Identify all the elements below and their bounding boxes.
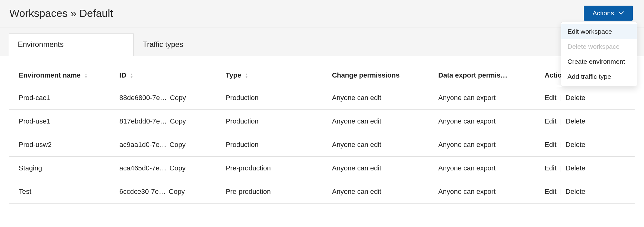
cell-export: Anyone can export xyxy=(434,180,541,204)
copy-button[interactable]: Copy xyxy=(170,94,186,102)
cell-actions: Edit | Delete xyxy=(541,86,635,110)
table-row: Staging aca465d0-7e… Copy Pre-production… xyxy=(9,157,635,180)
delete-button[interactable]: Delete xyxy=(566,188,586,196)
separator: | xyxy=(560,165,562,172)
cell-name: Prod-usw2 xyxy=(9,133,116,157)
col-header-export-label: Data export permis… xyxy=(438,71,507,79)
table-row: Prod-cac1 88de6800-7e… Copy Production A… xyxy=(9,86,635,110)
cell-id: 6ccdce30-7e… Copy xyxy=(116,180,222,204)
sort-icon: ▲▼ xyxy=(130,73,133,78)
cell-change: Anyone can edit xyxy=(328,110,434,133)
cell-export: Anyone can export xyxy=(434,86,541,110)
col-header-type-label: Type xyxy=(226,71,241,79)
breadcrumb-root[interactable]: Workspaces xyxy=(9,7,67,19)
cell-export: Anyone can export xyxy=(434,157,541,180)
cell-type: Pre-production xyxy=(222,157,328,180)
cell-id: 88de6800-7e… Copy xyxy=(116,86,222,110)
breadcrumb-sep: » xyxy=(67,7,79,19)
actions-dropdown: Edit workspace Delete workspace Create e… xyxy=(561,22,637,86)
cell-type: Production xyxy=(222,133,328,157)
col-header-export: Data export permis… xyxy=(434,65,541,86)
cell-name: Test xyxy=(9,180,116,204)
actions-button-label: Actions xyxy=(592,9,614,17)
dropdown-item-add-traffic-type[interactable]: Add traffic type xyxy=(561,69,637,84)
header-bar: Workspaces » Default Actions xyxy=(0,0,644,28)
col-header-name-label: Environment name xyxy=(19,71,81,79)
col-header-id-label: ID xyxy=(119,71,126,79)
cell-id-value: aca465d0-7e… xyxy=(119,164,166,172)
table-row: Prod-use1 817ebdd0-7e… Copy Production A… xyxy=(9,110,635,133)
actions-button[interactable]: Actions xyxy=(584,6,633,21)
copy-button[interactable]: Copy xyxy=(170,117,186,125)
environments-table: Environment name ▲▼ ID ▲▼ Type ▲▼ Change… xyxy=(9,65,635,204)
cell-type: Pre-production xyxy=(222,180,328,204)
dropdown-item-create-environment[interactable]: Create environment xyxy=(561,54,637,69)
col-header-id[interactable]: ID ▲▼ xyxy=(116,65,222,86)
tabs-bar: Environments Traffic types xyxy=(0,28,644,56)
cell-id-value: 6ccdce30-7e… xyxy=(119,188,166,196)
table-row: Test 6ccdce30-7e… Copy Pre-production An… xyxy=(9,180,635,204)
cell-id-value: 88de6800-7e… xyxy=(119,94,167,102)
delete-button[interactable]: Delete xyxy=(566,94,586,102)
sort-icon: ▲▼ xyxy=(84,73,87,78)
delete-button[interactable]: Delete xyxy=(566,117,586,125)
edit-button[interactable]: Edit xyxy=(545,94,557,102)
separator: | xyxy=(560,118,562,125)
table-body: Prod-cac1 88de6800-7e… Copy Production A… xyxy=(9,86,635,204)
dropdown-item-delete-workspace: Delete workspace xyxy=(561,39,637,54)
cell-change: Anyone can edit xyxy=(328,86,434,110)
col-header-name[interactable]: Environment name ▲▼ xyxy=(9,65,116,86)
separator: | xyxy=(560,94,562,102)
cell-id: ac9aa1d0-7e… Copy xyxy=(116,133,222,157)
cell-change: Anyone can edit xyxy=(328,180,434,204)
tab-environments[interactable]: Environments xyxy=(9,33,134,56)
copy-button[interactable]: Copy xyxy=(170,141,186,149)
dropdown-item-edit-workspace[interactable]: Edit workspace xyxy=(561,24,637,39)
delete-button[interactable]: Delete xyxy=(566,141,586,149)
cell-name: Prod-cac1 xyxy=(9,86,116,110)
separator: | xyxy=(560,141,562,149)
cell-actions: Edit | Delete xyxy=(541,133,635,157)
delete-button[interactable]: Delete xyxy=(566,164,586,172)
separator: | xyxy=(560,188,562,195)
edit-button[interactable]: Edit xyxy=(545,141,557,149)
cell-type: Production xyxy=(222,86,328,110)
edit-button[interactable]: Edit xyxy=(545,164,557,172)
tab-traffic-types[interactable]: Traffic types xyxy=(134,33,259,56)
table-row: Prod-usw2 ac9aa1d0-7e… Copy Production A… xyxy=(9,133,635,157)
cell-id: aca465d0-7e… Copy xyxy=(116,157,222,180)
cell-change: Anyone can edit xyxy=(328,133,434,157)
copy-button[interactable]: Copy xyxy=(169,188,185,196)
cell-id: 817ebdd0-7e… Copy xyxy=(116,110,222,133)
sort-icon: ▲▼ xyxy=(245,73,248,78)
chevron-down-icon xyxy=(618,11,624,15)
cell-id-value: ac9aa1d0-7e… xyxy=(119,141,166,149)
cell-name: Prod-use1 xyxy=(9,110,116,133)
cell-export: Anyone can export xyxy=(434,110,541,133)
cell-actions: Edit | Delete xyxy=(541,157,635,180)
cell-type: Production xyxy=(222,110,328,133)
col-header-change: Change permissions xyxy=(328,65,434,86)
cell-actions: Edit | Delete xyxy=(541,110,635,133)
breadcrumb: Workspaces » Default xyxy=(9,7,113,19)
cell-actions: Edit | Delete xyxy=(541,180,635,204)
edit-button[interactable]: Edit xyxy=(545,188,557,196)
breadcrumb-leaf: Default xyxy=(79,7,113,19)
cell-change: Anyone can edit xyxy=(328,157,434,180)
copy-button[interactable]: Copy xyxy=(170,164,186,172)
col-header-change-label: Change permissions xyxy=(332,71,399,79)
cell-name: Staging xyxy=(9,157,116,180)
table-wrap: Environment name ▲▼ ID ▲▼ Type ▲▼ Change… xyxy=(0,56,644,204)
edit-button[interactable]: Edit xyxy=(545,117,557,125)
cell-id-value: 817ebdd0-7e… xyxy=(119,117,167,125)
cell-export: Anyone can export xyxy=(434,133,541,157)
col-header-type[interactable]: Type ▲▼ xyxy=(222,65,328,86)
